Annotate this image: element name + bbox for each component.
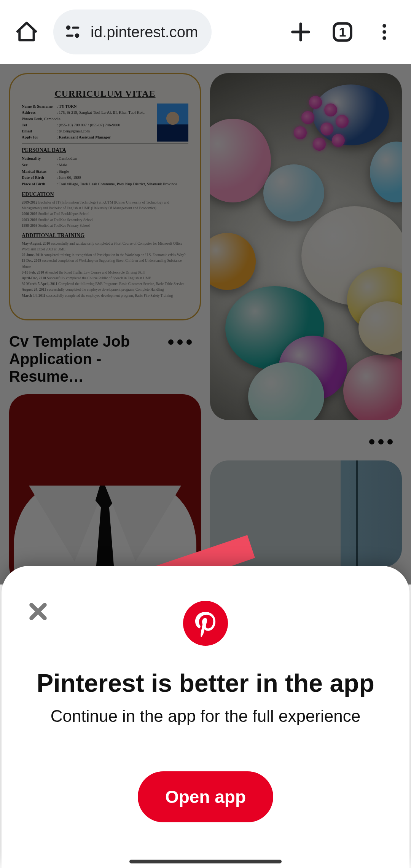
svg-point-2 [75,33,80,38]
modal-backdrop[interactable] [0,64,411,585]
close-icon [27,600,49,623]
svg-rect-3 [66,35,73,37]
home-button[interactable] [11,17,42,47]
close-button[interactable] [23,596,53,627]
app-upsell-sheet: Pinterest is better in the app Continue … [2,566,409,868]
pinterest-icon [192,610,219,637]
svg-rect-1 [72,27,79,29]
new-tab-button[interactable] [285,17,316,47]
plus-icon [288,20,313,44]
home-indicator[interactable] [129,860,282,863]
svg-point-6 [382,30,386,34]
pinterest-logo [183,601,228,646]
url-text: id.pinterest.com [91,24,198,41]
open-app-button[interactable]: Open app [138,771,273,822]
site-settings-icon [64,23,81,41]
svg-point-0 [66,25,71,30]
browser-bar: id.pinterest.com 1 [0,0,411,64]
tabs-button[interactable]: 1 [327,17,358,47]
svg-point-5 [382,24,386,28]
url-bar[interactable]: id.pinterest.com [53,10,212,54]
browser-menu-button[interactable] [369,17,400,47]
kebab-icon [375,23,393,41]
tab-count: 1 [339,25,346,40]
sheet-title: Pinterest is better in the app [24,669,387,698]
sheet-subtitle: Continue in the app for the full experie… [24,707,387,726]
home-icon [14,20,39,44]
svg-point-7 [382,36,386,40]
